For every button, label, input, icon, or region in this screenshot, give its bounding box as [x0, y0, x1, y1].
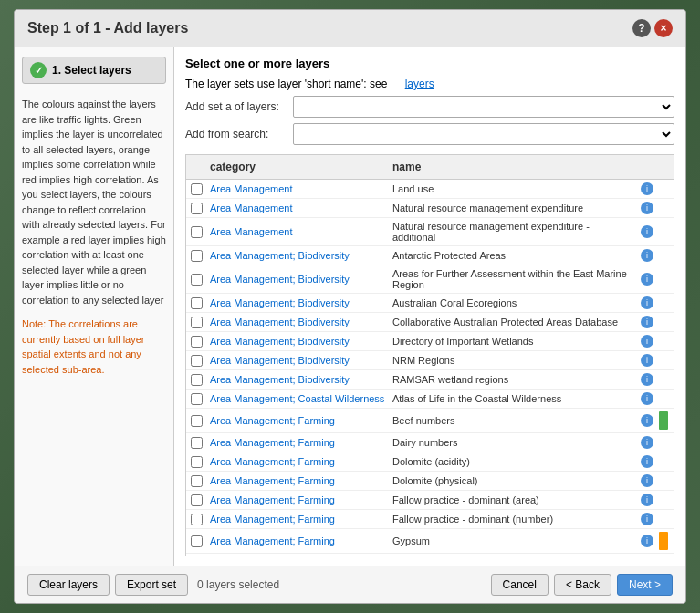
- left-panel-info: The colours against the layers are like …: [22, 97, 166, 377]
- next-button[interactable]: Next >: [617, 574, 673, 596]
- add-layers-dialog: Step 1 of 1 - Add layers ? × ✓ 1. Select…: [14, 9, 686, 604]
- table-row: Area Management; FarmingBeef numbersi: [186, 409, 674, 433]
- col-header-color: [655, 159, 674, 175]
- row-name: Land use: [389, 181, 637, 197]
- info-icon[interactable]: i: [641, 249, 653, 262]
- info-icon[interactable]: i: [641, 494, 653, 506]
- clear-layers-button[interactable]: Clear layers: [27, 574, 110, 596]
- back-button[interactable]: < Back: [554, 574, 611, 596]
- row-checkbox[interactable]: [191, 274, 203, 286]
- info-icon[interactable]: i: [641, 392, 653, 405]
- info-icon[interactable]: i: [641, 202, 653, 214]
- row-checkbox[interactable]: [191, 456, 203, 468]
- table-row: Area Management; FarmingDairy numbersi: [186, 433, 674, 452]
- section-title: Select one or more layers: [185, 57, 674, 70]
- col-header-category: category: [206, 159, 389, 175]
- info-icon[interactable]: i: [641, 296, 653, 309]
- row-category: Area Management: [206, 223, 389, 240]
- row-category: Area Management; Farming: [206, 555, 389, 556]
- layers-link[interactable]: layers: [405, 78, 434, 90]
- left-panel: ✓ 1. Select layers The colours against t…: [15, 47, 174, 566]
- table-row: Area Management; BiodiversityNRM Regions…: [186, 351, 674, 370]
- step-button-label: 1. Select layers: [52, 64, 131, 77]
- row-name: Fallow practice - dominant (area): [389, 492, 637, 508]
- info-icon[interactable]: i: [641, 182, 653, 195]
- table-row: Area Management; BiodiversityAustralian …: [186, 294, 674, 313]
- row-name: Dolomite (physical): [389, 473, 637, 489]
- export-set-button[interactable]: Export set: [115, 574, 188, 596]
- info-icon[interactable]: i: [641, 513, 653, 525]
- info-icon[interactable]: i: [641, 335, 653, 348]
- row-category: Area Management; Farming: [206, 412, 389, 429]
- row-checkbox[interactable]: [191, 226, 203, 238]
- add-search-row: Add from search:: [185, 123, 674, 145]
- row-checkbox[interactable]: [191, 393, 203, 405]
- table-row: Area ManagementNatural resource manageme…: [186, 218, 674, 246]
- row-checkbox[interactable]: [191, 475, 203, 487]
- row-category: Area Management; Biodiversity: [206, 314, 389, 330]
- row-name: Natural resource management expenditure: [389, 200, 637, 216]
- help-icon[interactable]: ?: [632, 19, 651, 37]
- row-checkbox[interactable]: [191, 514, 203, 525]
- add-set-select[interactable]: [293, 96, 674, 118]
- table-row: Area Management; BiodiversityRAMSAR wetl…: [186, 370, 674, 390]
- row-name: Dairy numbers: [389, 434, 637, 451]
- info-icon[interactable]: i: [641, 455, 653, 468]
- row-category: Area Management: [206, 200, 389, 216]
- header-icons: ? ×: [632, 19, 673, 37]
- correlation-color-bar: [659, 532, 668, 550]
- dialog-footer: Clear layers Export set 0 layers selecte…: [15, 566, 685, 603]
- info-icon[interactable]: i: [641, 414, 653, 427]
- info-icon[interactable]: i: [641, 273, 653, 286]
- row-category: Area Management; Biodiversity: [206, 333, 389, 349]
- right-panel: Select one or more layers The layer sets…: [174, 47, 685, 566]
- layer-sets-info-row: The layer sets use layer 'short name': s…: [185, 78, 674, 90]
- row-checkbox[interactable]: [191, 437, 203, 449]
- row-name: Areas for Further Assessment within the …: [389, 265, 637, 293]
- row-checkbox[interactable]: [191, 336, 203, 348]
- info-main-text: The colours against the layers are like …: [22, 99, 166, 306]
- row-checkbox[interactable]: [191, 250, 203, 262]
- info-icon[interactable]: i: [641, 436, 653, 449]
- table-row: Area Management; FarmingIrrigation pract…: [186, 554, 674, 556]
- table-row: Area Management; BiodiversityAreas for F…: [186, 265, 674, 294]
- footer-left: Clear layers Export set 0 layers selecte…: [27, 574, 279, 596]
- row-category: Area Management; Farming: [206, 434, 389, 451]
- row-name: Irrigation practice - dominant: [389, 555, 637, 556]
- row-name: Collaborative Australian Protected Areas…: [389, 314, 637, 330]
- row-checkbox[interactable]: [191, 415, 203, 427]
- row-checkbox[interactable]: [191, 183, 203, 195]
- col-header-checkbox: [186, 159, 206, 175]
- info-icon[interactable]: i: [641, 535, 653, 547]
- row-checkbox[interactable]: [191, 297, 203, 309]
- row-name: Directory of Important Wetlands: [389, 333, 637, 349]
- row-category: Area Management; Farming: [206, 511, 389, 527]
- cancel-button[interactable]: Cancel: [491, 574, 549, 596]
- dialog-header: Step 1 of 1 - Add layers ? ×: [15, 10, 685, 47]
- row-category: Area Management; Biodiversity: [206, 371, 389, 388]
- table-row: Area Management; Coastal WildernessAtlas…: [186, 390, 674, 409]
- row-checkbox[interactable]: [191, 355, 203, 367]
- row-name: Fallow practice - dominant (number): [389, 511, 637, 527]
- row-category: Area Management; Biodiversity: [206, 271, 389, 287]
- col-header-info: [637, 159, 655, 175]
- row-checkbox[interactable]: [191, 374, 203, 386]
- layer-sets-text: The layer sets use layer 'short name': s…: [185, 78, 387, 90]
- info-icon[interactable]: i: [641, 354, 653, 367]
- close-icon[interactable]: ×: [654, 19, 673, 37]
- row-checkbox[interactable]: [191, 535, 203, 547]
- add-from-search-select[interactable]: [293, 123, 674, 145]
- info-icon[interactable]: i: [641, 373, 653, 386]
- layers-count: 0 layers selected: [197, 578, 279, 591]
- info-icon[interactable]: i: [641, 474, 653, 487]
- table-row: Area ManagementLand usei: [186, 180, 674, 199]
- table-row: Area Management; BiodiversityCollaborati…: [186, 313, 674, 332]
- select-layers-step-button[interactable]: ✓ 1. Select layers: [22, 57, 166, 84]
- row-category: Area Management; Biodiversity: [206, 352, 389, 369]
- row-checkbox[interactable]: [191, 203, 203, 214]
- table-row: Area Management; BiodiversityDirectory o…: [186, 332, 674, 351]
- info-icon[interactable]: i: [641, 316, 653, 328]
- row-checkbox[interactable]: [191, 317, 203, 328]
- row-checkbox[interactable]: [191, 494, 203, 506]
- info-icon[interactable]: i: [641, 225, 653, 238]
